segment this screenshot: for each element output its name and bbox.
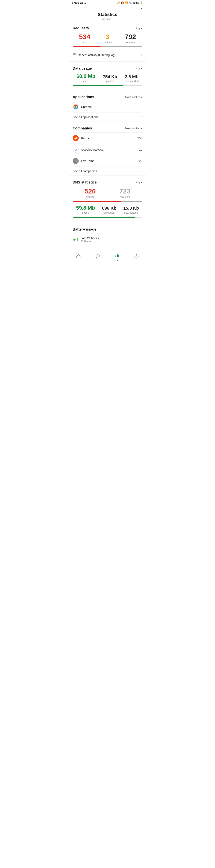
status-signal-icon: 📡 xyxy=(129,1,132,4)
requests-stat: 792 requests xyxy=(125,33,136,44)
reddit-item-left: Reddit xyxy=(73,135,89,141)
battery-section: Battery usage + Last 24 hours 36.78 mAh … xyxy=(69,223,146,245)
svg-rect-17 xyxy=(118,255,119,257)
svg-point-8 xyxy=(76,136,77,137)
list-item-google-analytics[interactable]: G Google Analytics 20 xyxy=(73,144,142,155)
nav-shield[interactable] xyxy=(93,253,103,261)
requests-filter[interactable]: Any ▾ xyxy=(136,27,142,30)
chrome-icon xyxy=(73,104,79,110)
uploaded-amount: 754 Kb xyxy=(103,74,117,79)
dns-requests-label: requests xyxy=(119,195,131,198)
dns-requests-stat: 723 requests xyxy=(119,187,131,198)
dns-stats-title: DNS statistics xyxy=(73,180,97,185)
google-analytics-icon: G xyxy=(73,147,79,153)
home-icon xyxy=(76,254,81,260)
nav-settings[interactable] xyxy=(132,253,141,261)
svg-text:G: G xyxy=(74,148,77,151)
svg-rect-13 xyxy=(78,239,78,240)
companies-section: Companies Most blocked ▾ Reddit xyxy=(69,123,146,174)
data-usage-filter[interactable]: Any ▾ xyxy=(136,67,142,70)
requests-bar xyxy=(73,46,142,47)
svg-point-5 xyxy=(75,138,75,138)
trackers-label: trackers xyxy=(103,41,112,44)
downloaded-label: downloaded xyxy=(124,80,139,83)
status-battery-icon: 🔋 xyxy=(140,1,143,4)
battery-row-sub: 36.78 mAh xyxy=(81,240,99,243)
requests-stats-row: 534 ads 3 trackers 792 requests xyxy=(73,32,142,45)
uploaded-label: uploaded xyxy=(103,80,117,83)
page-title: Statistics xyxy=(69,11,146,18)
dns-bar-rest xyxy=(121,201,142,202)
dns-data-bar xyxy=(73,217,142,218)
activity-left: ☰ Recent activity (Filtering log) xyxy=(73,53,115,57)
liveramp-count: 20 xyxy=(139,159,142,162)
see-all-applications-row[interactable]: See all applications › xyxy=(73,113,142,120)
trackers-count: 3 xyxy=(103,33,112,40)
chrome-name: Chrome xyxy=(81,105,92,108)
downloaded-stat: 2.6 Mb downloaded xyxy=(124,74,139,83)
nav-stats[interactable] xyxy=(112,252,122,262)
battery-row-title: Last 24 hours xyxy=(81,236,99,240)
data-usage-row: 60.0 Mb saved 754 Kb uploaded 2.6 Mb dow… xyxy=(73,72,142,84)
data-usage-bar xyxy=(73,85,142,86)
dns-blocked-label: blocked xyxy=(84,195,96,198)
status-wifi-icon: 📶 xyxy=(124,1,128,4)
status-bar: 17:06 📷 🛡 ● 🔑 🔇 📶 📡 100% 🔋 xyxy=(69,0,146,5)
requests-filter-chevron: ▾ xyxy=(141,27,142,30)
dns-uploaded-amount: 696 Kb xyxy=(102,206,116,211)
status-camera-icon: 📷 xyxy=(80,1,83,4)
liveramp-name: LiveRamp xyxy=(81,159,95,162)
data-usage-header: Data usage Any ▾ xyxy=(73,66,142,71)
activity-label: Recent activity (Filtering log) xyxy=(78,53,115,57)
companies-header: Companies Most blocked ▾ xyxy=(73,126,142,130)
time-filter-chevron: ▾ xyxy=(111,18,113,20)
dns-saved-label: saved xyxy=(76,211,95,214)
liveramp-icon: R xyxy=(73,158,79,164)
ads-label: ads xyxy=(79,41,91,44)
nav-home[interactable] xyxy=(74,253,83,261)
applications-filter[interactable]: Most blocked ▾ xyxy=(125,96,142,98)
requests-count: 792 xyxy=(125,33,136,40)
reddit-count: 256 xyxy=(137,136,142,140)
time-filter-label: All time xyxy=(102,18,111,21)
bar-ads-segment xyxy=(73,46,101,47)
stats-nav-icon xyxy=(115,253,120,259)
requests-title: Requests xyxy=(73,26,89,30)
svg-rect-16 xyxy=(117,254,118,257)
data-usage-title: Data usage xyxy=(73,66,92,71)
list-item-chrome[interactable]: Chrome 8 xyxy=(73,101,142,113)
dns-data-fill xyxy=(73,217,135,218)
uploaded-stat: 754 Kb uploaded xyxy=(103,74,117,83)
ads-count: 534 xyxy=(79,33,91,40)
recent-activity-row[interactable]: ☰ Recent activity (Filtering log) › xyxy=(73,50,142,60)
svg-point-18 xyxy=(136,256,137,257)
stats-nav-active-dot xyxy=(117,260,118,261)
dns-bar-fill xyxy=(73,201,121,202)
companies-filter[interactable]: Most blocked ▾ xyxy=(125,127,142,130)
ads-stat: 534 ads xyxy=(79,33,91,44)
dns-stats-filter[interactable]: Any ▾ xyxy=(136,181,142,184)
companies-title: Companies xyxy=(73,126,92,130)
saved-stat: 60.0 Mb saved xyxy=(76,73,95,83)
applications-filter-chevron: ▾ xyxy=(141,96,142,98)
battery-row[interactable]: + Last 24 hours 36.78 mAh › xyxy=(73,234,142,245)
see-all-companies-row[interactable]: See all companies › xyxy=(73,166,142,174)
dns-blocked-row: 526 blocked 723 requests xyxy=(73,186,142,200)
svg-text:+: + xyxy=(75,239,76,241)
list-item-liveramp[interactable]: R LiveRamp 20 xyxy=(73,155,142,166)
page-subtitle[interactable]: All time ▾ xyxy=(69,18,146,23)
settings-nav-icon xyxy=(134,254,139,260)
data-usage-fill xyxy=(73,85,123,86)
reddit-icon xyxy=(73,135,79,141)
google-analytics-item-left: G Google Analytics xyxy=(73,147,103,153)
dns-downloaded-stat: 15.8 Kb downloaded xyxy=(123,206,139,214)
status-mute-icon: 🔇 xyxy=(121,1,124,4)
dns-blocked-count: 526 xyxy=(84,187,96,195)
list-item-reddit[interactable]: Reddit 256 xyxy=(73,132,142,144)
battery-header: Battery usage xyxy=(73,227,142,231)
more-menu-button[interactable]: ⋮ xyxy=(139,6,144,11)
google-analytics-count: 20 xyxy=(139,148,142,151)
companies-filter-chevron: ▾ xyxy=(141,127,142,130)
applications-title: Applications xyxy=(73,95,94,99)
dns-blocked-stat: 526 blocked xyxy=(84,187,96,198)
